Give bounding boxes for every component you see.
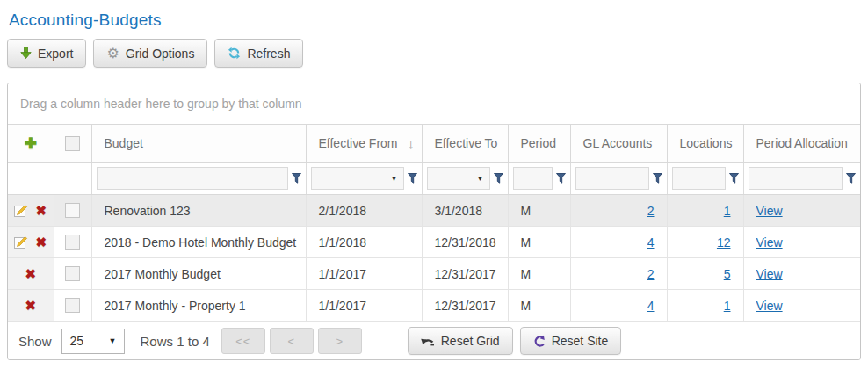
- pager: << < >: [221, 328, 362, 354]
- export-label: Export: [38, 47, 73, 61]
- select-all-checkbox[interactable]: [65, 136, 80, 151]
- accounting-budgets-page: Accounting-Budgets Export ⚙ Grid Options: [0, 0, 868, 360]
- page-size-caret-icon: ▼: [109, 336, 117, 345]
- grid-options-button[interactable]: ⚙ Grid Options: [93, 39, 207, 68]
- effective-from-cell: 2/1/2018: [306, 195, 422, 227]
- locations-link[interactable]: 5: [724, 267, 731, 281]
- locations-link[interactable]: 1: [724, 204, 731, 218]
- budget-filter-input[interactable]: [97, 167, 288, 190]
- column-header-gl-accounts[interactable]: GL Accounts: [570, 125, 667, 163]
- column-header-period[interactable]: Period: [508, 125, 570, 163]
- effective-from-cell: 1/1/2017: [306, 290, 422, 322]
- gl-accounts-filter-funnel-icon[interactable]: [653, 173, 662, 184]
- gl-accounts-link[interactable]: 2: [647, 267, 655, 281]
- column-header-effective-to[interactable]: Effective To: [422, 125, 508, 163]
- row-checkbox[interactable]: [65, 203, 80, 218]
- filter-cell-checkbox: [54, 163, 91, 195]
- column-header-effective-from[interactable]: Effective From ↓: [306, 125, 422, 163]
- gl-accounts-link[interactable]: 4: [647, 299, 655, 313]
- circular-arrow-icon: [533, 335, 546, 348]
- locations-link[interactable]: 12: [717, 235, 731, 250]
- refresh-button[interactable]: Refresh: [214, 39, 303, 68]
- period-cell: M: [508, 227, 570, 258]
- effective-from-cell: 1/1/2017: [306, 258, 422, 290]
- reset-grid-button[interactable]: Reset Grid: [408, 327, 513, 355]
- effective-to-cell: 12/31/2017: [422, 290, 508, 322]
- effective-to-filter-input[interactable]: [427, 167, 490, 190]
- reset-site-label: Reset Site: [552, 334, 609, 348]
- effective-to-cell: 12/31/2018: [422, 227, 508, 258]
- page-size-value: 25: [70, 334, 84, 348]
- gl-accounts-link[interactable]: 4: [647, 235, 655, 250]
- toolbar: Export ⚙ Grid Options Refresh: [7, 39, 861, 68]
- export-button[interactable]: Export: [7, 39, 86, 68]
- period-allocation-filter-input[interactable]: [749, 167, 843, 190]
- locations-filter-input[interactable]: [672, 167, 726, 190]
- gear-icon: ⚙: [106, 47, 119, 61]
- period-cell: M: [508, 258, 570, 290]
- row-checkbox[interactable]: [65, 235, 80, 250]
- effective-from-filter-input[interactable]: [311, 167, 404, 190]
- pager-prev-button[interactable]: <: [270, 328, 314, 354]
- delete-icon[interactable]: ✖: [25, 267, 36, 280]
- table-row[interactable]: ✖ Renovation 123 2/1/2018 3/1/2018 M 2 1…: [8, 195, 860, 227]
- filter-cell-actions: [8, 163, 54, 195]
- row-checkbox[interactable]: [65, 298, 80, 313]
- refresh-icon: [228, 47, 241, 60]
- page-size-select[interactable]: 25 ▼: [61, 329, 125, 354]
- sort-descending-icon: ↓: [408, 136, 415, 151]
- locations-link[interactable]: 1: [724, 299, 731, 313]
- budget-cell: Renovation 123: [91, 195, 306, 227]
- delete-icon[interactable]: ✖: [25, 299, 36, 312]
- column-header-budget[interactable]: Budget: [91, 125, 306, 163]
- grid-footer: Show 25 ▼ Rows 1 to 4 << < > Res: [8, 322, 860, 359]
- edit-icon[interactable]: [14, 204, 29, 218]
- table-row[interactable]: ✖ 2017 Monthly - Property 1 1/1/2017 12/…: [8, 290, 860, 322]
- column-header-locations[interactable]: Locations: [667, 125, 743, 163]
- grid-options-label: Grid Options: [126, 47, 195, 61]
- period-allocation-view-link[interactable]: View: [756, 267, 783, 281]
- pager-next-button[interactable]: >: [318, 328, 362, 354]
- gl-accounts-filter-input[interactable]: [575, 167, 649, 190]
- gl-accounts-link[interactable]: 2: [647, 204, 655, 218]
- export-download-icon: [20, 47, 32, 60]
- delete-icon[interactable]: ✖: [35, 235, 47, 249]
- reset-site-button[interactable]: Reset Site: [520, 327, 622, 355]
- period-allocation-filter-funnel-icon[interactable]: [846, 173, 856, 184]
- period-filter-funnel-icon[interactable]: [556, 173, 566, 184]
- group-by-drop-zone[interactable]: Drag a column header here to group by th…: [8, 83, 860, 124]
- effective-to-cell: 3/1/2018: [422, 195, 508, 227]
- budget-cell: 2017 Monthly Budget: [91, 258, 306, 290]
- period-allocation-view-link[interactable]: View: [756, 235, 783, 250]
- refresh-label: Refresh: [247, 47, 290, 61]
- budgets-table: ✚ Budget Effective From ↓ Effective To P…: [8, 124, 860, 322]
- rows-status: Rows 1 to 4: [141, 334, 210, 349]
- add-row-icon[interactable]: ✚: [25, 135, 37, 152]
- effective-from-filter-funnel-icon[interactable]: [408, 173, 417, 184]
- delete-icon[interactable]: ✖: [35, 204, 47, 217]
- locations-filter-funnel-icon[interactable]: [729, 173, 739, 184]
- effective-from-label: Effective From: [319, 136, 398, 150]
- period-allocation-view-link[interactable]: View: [756, 204, 783, 218]
- undo-arrow-icon: [421, 336, 435, 346]
- period-filter-input[interactable]: [513, 167, 553, 190]
- column-header-period-allocation[interactable]: Period Allocation: [743, 125, 860, 163]
- table-row[interactable]: ✖ 2018 - Demo Hotel Monthly Budget 1/1/2…: [8, 227, 860, 258]
- budgets-grid: Drag a column header here to group by th…: [7, 83, 861, 360]
- table-row[interactable]: ✖ 2017 Monthly Budget 1/1/2017 12/31/201…: [8, 258, 860, 290]
- period-allocation-view-link[interactable]: View: [756, 299, 783, 313]
- period-cell: M: [508, 195, 570, 227]
- effective-to-cell: 12/31/2017: [422, 258, 508, 290]
- budget-filter-funnel-icon[interactable]: [292, 173, 301, 184]
- show-label: Show: [18, 334, 52, 349]
- effective-to-filter-funnel-icon[interactable]: [494, 173, 503, 184]
- row-checkbox[interactable]: [65, 266, 80, 281]
- effective-from-cell: 1/1/2018: [306, 227, 422, 258]
- group-panel-text: Drag a column header here to group by th…: [20, 97, 302, 111]
- period-cell: M: [508, 290, 570, 322]
- budget-cell: 2017 Monthly - Property 1: [91, 290, 306, 322]
- filter-row: ▼ ▼: [8, 163, 860, 195]
- pager-first-button[interactable]: <<: [221, 328, 265, 354]
- reset-grid-label: Reset Grid: [441, 334, 500, 348]
- edit-icon[interactable]: [14, 235, 29, 250]
